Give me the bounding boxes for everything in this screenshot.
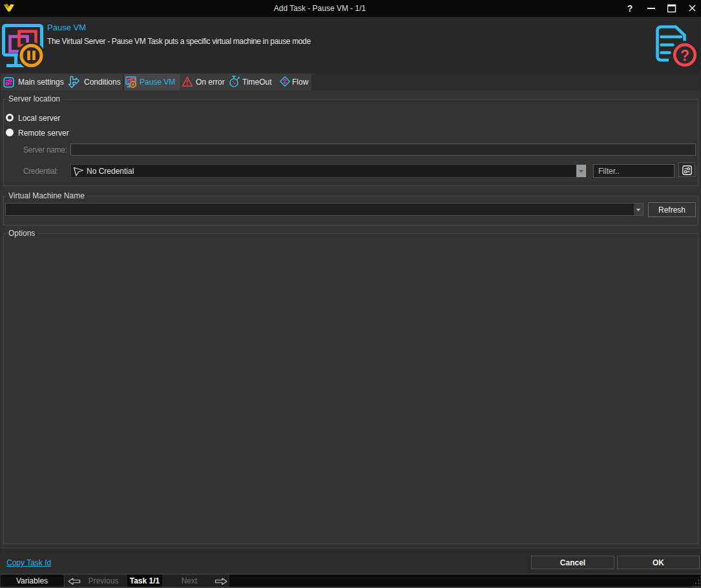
svg-text:?: ? <box>680 47 689 64</box>
